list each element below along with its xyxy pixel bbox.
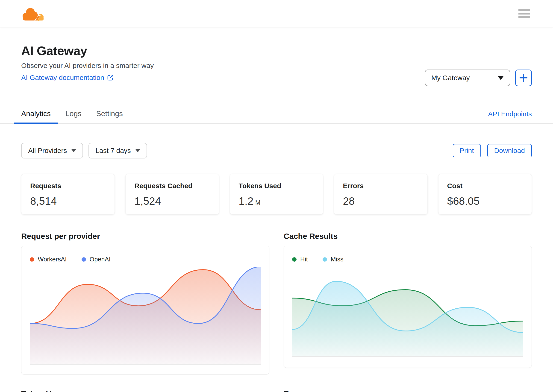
page-title: AI Gateway <box>21 44 154 57</box>
providers-filter-value: All Providers <box>28 147 67 154</box>
stat-label: Requests Cached <box>134 182 210 190</box>
cache-results-chart-card: HitMiss <box>284 246 532 368</box>
date-range-filter-value: Last 7 days <box>95 147 131 154</box>
legend-dot-icon <box>82 257 86 262</box>
requests-per-provider-area-chart <box>30 267 261 364</box>
stat-card-errors: Errors28 <box>334 174 427 214</box>
tab-bar: AnalyticsLogsSettings API Endpoints <box>0 109 553 124</box>
gateway-select[interactable]: My Gateway <box>425 70 510 86</box>
legend-dot-icon <box>30 257 34 262</box>
filter-toolbar: All Providers Last 7 days Print Download <box>21 143 532 158</box>
stat-card-cost: Cost$68.05 <box>438 174 532 214</box>
chevron-down-icon <box>135 149 140 152</box>
legend-item-hit: Hit <box>292 256 308 263</box>
stats-row: Requests8,514Requests Cached1,524Tokens … <box>21 174 532 214</box>
legend-dot-icon <box>323 257 327 262</box>
print-button[interactable]: Print <box>453 144 481 157</box>
legend-item-openai: OpenAI <box>82 256 111 263</box>
legend-label: WorkersAI <box>38 256 67 263</box>
gateway-select-value: My Gateway <box>431 74 470 82</box>
chart-legend: HitMiss <box>292 256 523 263</box>
legend-item-workersai: WorkersAI <box>30 256 67 263</box>
stat-label: Tokens Used <box>239 182 314 190</box>
errors-section-title: Errors <box>284 389 532 392</box>
tab-logs[interactable]: Logs <box>58 109 89 123</box>
documentation-link-label: AI Gateway documentation <box>21 73 104 82</box>
stat-value: 8,514 <box>30 195 106 207</box>
stat-label: Errors <box>343 182 418 190</box>
cache-results-section: Cache Results HitMiss <box>284 232 532 368</box>
legend-item-miss: Miss <box>323 256 344 263</box>
stat-label: Cost <box>447 182 523 190</box>
charts-grid: Request per provider WorkersAIOpenAI Cac… <box>21 232 532 374</box>
requests-per-provider-section: Request per provider WorkersAIOpenAI <box>21 232 269 374</box>
chevron-down-icon <box>498 76 504 80</box>
chart-title: Request per provider <box>21 232 269 241</box>
hamburger-menu-icon[interactable] <box>518 9 530 18</box>
page-header: AI Gateway Observe your AI providers in … <box>21 27 532 86</box>
legend-label: Miss <box>331 256 344 263</box>
stat-label: Requests <box>30 182 106 190</box>
documentation-link[interactable]: AI Gateway documentation <box>21 73 114 82</box>
cloudflare-logo[interactable] <box>21 6 45 21</box>
top-navigation-bar <box>0 0 553 27</box>
stat-value: 1.2M <box>239 195 314 207</box>
chart-title: Cache Results <box>284 232 532 241</box>
bottom-sections-row: Token Usage Errors <box>21 389 532 392</box>
stat-value: 28 <box>343 195 418 207</box>
legend-dot-icon <box>292 257 297 262</box>
stat-card-requests-cached: Requests Cached1,524 <box>125 174 219 214</box>
stat-value: 1,524 <box>134 195 210 207</box>
api-endpoints-link[interactable]: API Endpoints <box>488 110 532 123</box>
tab-list: AnalyticsLogsSettings <box>14 109 130 123</box>
stat-value-suffix: M <box>255 199 261 206</box>
external-link-icon <box>107 74 114 81</box>
chevron-down-icon <box>71 149 76 152</box>
plus-icon <box>518 73 529 83</box>
stat-card-tokens-used: Tokens Used1.2M <box>230 174 323 214</box>
legend-label: OpenAI <box>90 256 111 263</box>
token-usage-section-title: Token Usage <box>21 389 269 392</box>
chart-legend: WorkersAIOpenAI <box>30 256 261 263</box>
stat-card-requests: Requests8,514 <box>21 174 115 214</box>
legend-label: Hit <box>300 256 308 263</box>
add-gateway-button[interactable] <box>515 70 532 86</box>
page-subtitle: Observe your AI providers in a smarter w… <box>21 62 154 70</box>
tab-settings[interactable]: Settings <box>89 109 130 123</box>
tab-analytics[interactable]: Analytics <box>14 109 58 123</box>
cache-results-area-chart <box>292 280 523 357</box>
requests-per-provider-chart-card: WorkersAIOpenAI <box>21 246 269 374</box>
stat-value: $68.05 <box>447 195 523 207</box>
download-button[interactable]: Download <box>487 144 532 157</box>
date-range-filter-dropdown[interactable]: Last 7 days <box>88 143 147 158</box>
providers-filter-dropdown[interactable]: All Providers <box>21 143 83 158</box>
